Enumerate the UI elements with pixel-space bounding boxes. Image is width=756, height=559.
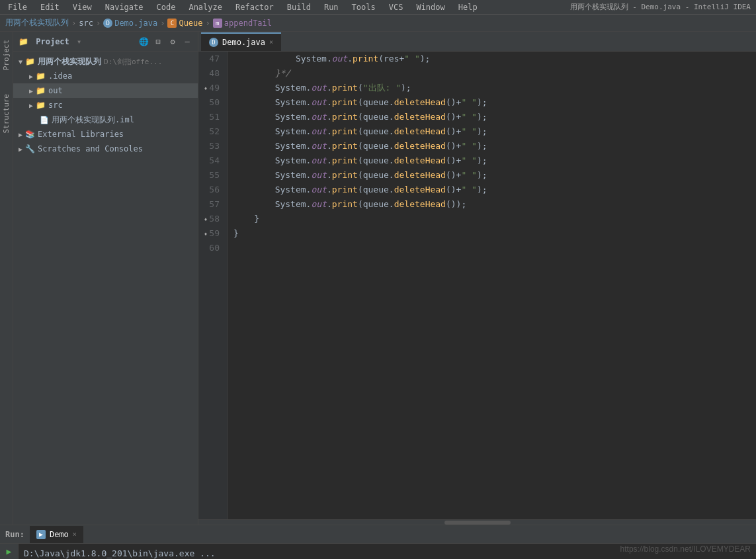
horizontal-scrollbar[interactable] <box>198 519 756 525</box>
breadcrumb-method[interactable]: appendTail <box>224 19 272 28</box>
tree-scratches[interactable]: ▶ 🔧 Scratches and Consoles <box>13 142 198 156</box>
code-line-53: System . out . print (queue. deleteHead … <box>233 139 751 153</box>
ext-label: External Libraries <box>38 130 124 139</box>
tree-out[interactable]: ▶ 📁 out <box>13 83 198 98</box>
editor-area: D Demo.java × 47 48 ⬧ 49 50 51 <box>198 32 756 525</box>
ln-51: 51 <box>204 110 222 124</box>
ln-57: 57 <box>204 197 222 212</box>
run-tab-close-icon[interactable]: × <box>73 531 77 538</box>
tree-src[interactable]: ▶ 📁 src <box>13 98 198 112</box>
ln-54: 54 <box>204 153 222 168</box>
titlebar: File Edit View Navigate Code Analyze Ref… <box>0 0 756 15</box>
tree-idea[interactable]: ▶ 📁 .idea <box>13 69 198 83</box>
menu-run[interactable]: Run <box>321 1 341 13</box>
tree-iml[interactable]: 📄 用两个栈实现队列.iml <box>13 112 198 127</box>
run-play-button[interactable]: ▶ <box>2 546 17 556</box>
sidebar: 📁 Project ▾ 🌐 ⊟ ⚙ — ▼ 📁 用两个栈实现队列 D:\剑指of… <box>13 32 198 525</box>
code-line-55: System . out . print (queue. deleteHead … <box>233 168 751 183</box>
scroll-thumb[interactable] <box>444 521 511 525</box>
file-tree: ▼ 📁 用两个栈实现队列 D:\剑指offe... ▶ 📁 .idea ▶ 📁 … <box>13 52 198 525</box>
code-line-48: }*/ <box>233 66 751 81</box>
queue-class-icon: C <box>167 19 177 28</box>
vtab-project[interactable]: Project <box>1 34 12 75</box>
ln-60: 60 <box>204 241 222 255</box>
tab-label: Demo.java <box>222 38 265 47</box>
menu-window[interactable]: Window <box>413 1 447 13</box>
breadcrumb-queue[interactable]: Queue <box>179 19 202 28</box>
ext-arrow: ▶ <box>19 131 22 138</box>
tab-close-icon[interactable]: × <box>269 38 273 46</box>
menu-vcs[interactable]: VCS <box>386 1 406 13</box>
menu-refactor[interactable]: Refactor <box>233 1 276 13</box>
run-label: Run: <box>5 530 24 539</box>
sidebar-toolbar: 📁 Project ▾ 🌐 ⊟ ⚙ — <box>13 32 198 52</box>
breadcrumb-project[interactable]: 用两个栈实现队列 <box>5 17 69 28</box>
demo-file-icon: D <box>103 19 112 28</box>
menu-code[interactable]: Code <box>154 1 179 13</box>
settings-icon[interactable]: ⚙ <box>167 36 178 47</box>
tree-root[interactable]: ▼ 📁 用两个栈实现队列 D:\剑指offe... <box>13 54 198 69</box>
output-cmd-text: D:\Java\jdk1.8.0_201\bin\java.exe ... <box>24 546 216 559</box>
hide-icon[interactable]: — <box>182 36 192 47</box>
code-line-51: System . out . print (queue. deleteHead … <box>233 110 751 124</box>
menu-navigate[interactable]: Navigate <box>103 1 146 13</box>
idea-arrow: ▶ <box>29 73 33 80</box>
menu-build[interactable]: Build <box>284 1 314 13</box>
src-arrow: ▶ <box>29 102 33 109</box>
breadcrumb: 用两个栈实现队列 › src › D Demo.java › C Queue ›… <box>0 15 756 32</box>
method-icon: m <box>213 19 222 28</box>
root-label: 用两个栈实现队列 <box>38 56 101 67</box>
ln-59: ⬧ 59 <box>204 226 222 241</box>
tabs-bar: D Demo.java × <box>198 32 756 52</box>
code-line-56: System . out . print (queue. deleteHead … <box>233 183 751 197</box>
code-line-50: System . out . print (queue. deleteHead … <box>233 95 751 110</box>
watermark: https://blog.csdn.net/ILOVEMYDEAR <box>620 544 751 554</box>
folder-icon: 📁 <box>19 37 28 46</box>
code-lines[interactable]: System . out . print (res+ " " ); }*/ <box>228 52 756 519</box>
collapse-all-icon[interactable]: ⊟ <box>153 36 163 47</box>
ln-52: 52 <box>204 124 222 139</box>
run-side-toolbar: ▶ ↑ ↓ ◼ ⚙ ☰ ⬇ 🖨 <box>0 544 19 559</box>
root-arrow: ▼ <box>19 58 22 65</box>
scratch-arrow: ▶ <box>19 146 22 153</box>
menu-analyze[interactable]: Analyze <box>186 1 225 13</box>
breakpoint-58: ⬧ <box>204 212 208 226</box>
globe-icon[interactable]: 🌐 <box>138 36 149 47</box>
code-line-49: System . out . print ( "出队: " ); <box>233 81 751 95</box>
ln-53: 53 <box>204 139 222 153</box>
menu-tools[interactable]: Tools <box>349 1 378 13</box>
code-content: 47 48 ⬧ 49 50 51 52 53 54 55 56 57 ⬧ <box>198 52 756 519</box>
out-arrow: ▶ <box>29 87 33 95</box>
menu-edit[interactable]: Edit <box>38 1 62 13</box>
code-line-60 <box>233 241 751 255</box>
iml-label: 用两个栈实现队列.iml <box>52 114 134 126</box>
ln-56: 56 <box>204 183 222 197</box>
run-tab-icon: ▶ <box>36 530 46 539</box>
tree-ext-libs[interactable]: ▶ 📚 External Libraries <box>13 127 198 142</box>
root-folder-icon: 📁 <box>25 57 35 66</box>
code-line-57: System . out . print (queue. deleteHead … <box>233 197 751 212</box>
code-line-52: System . out . print (queue. deleteHead … <box>233 124 751 139</box>
idea-folder-icon: 📁 <box>36 71 46 81</box>
vertical-tabs: Project Structure <box>0 32 13 525</box>
ln-47: 47 <box>204 52 222 66</box>
menu-help[interactable]: Help <box>456 1 480 13</box>
breadcrumb-src[interactable]: src <box>79 19 93 28</box>
iml-file-icon: 📄 <box>40 116 49 124</box>
tab-demo-java[interactable]: D Demo.java × <box>201 32 281 51</box>
line-numbers: 47 48 ⬧ 49 50 51 52 53 54 55 56 57 ⬧ <box>198 52 228 519</box>
breadcrumb-demo[interactable]: Demo.java <box>114 19 157 28</box>
breakpoint-49: ⬧ <box>204 81 208 95</box>
main-layout: Project Structure 📁 Project ▾ 🌐 ⊟ ⚙ — ▼ … <box>0 32 756 525</box>
vtab-structure[interactable]: Structure <box>1 89 12 139</box>
menu-bar: File Edit View Navigate Code Analyze Ref… <box>5 1 570 13</box>
code-line-59: } <box>233 226 751 241</box>
breakpoint-59: ⬧ <box>204 226 208 241</box>
run-tab-demo[interactable]: ▶ Demo × <box>30 526 83 543</box>
tab-file-icon: D <box>209 38 218 47</box>
menu-view[interactable]: View <box>70 1 95 13</box>
sidebar-title: 📁 Project ▾ <box>19 37 134 46</box>
menu-file[interactable]: File <box>5 1 30 13</box>
run-panel: Run: ▶ Demo × ▶ ↑ ↓ ◼ ⚙ ☰ ⬇ 🖨 D:\Java\jd… <box>0 525 756 559</box>
ln-50: 50 <box>204 95 222 110</box>
